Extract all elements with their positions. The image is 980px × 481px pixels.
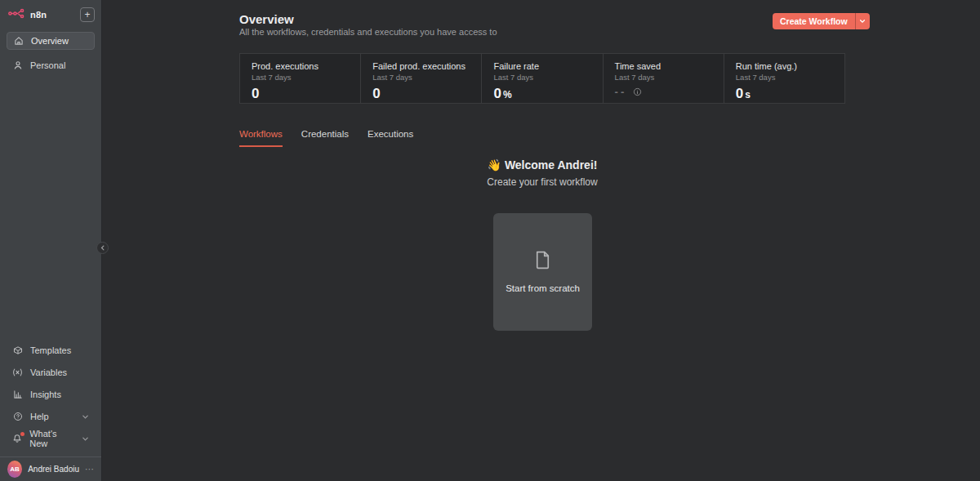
tab-executions[interactable]: Executions	[368, 129, 413, 147]
stat-period: Last 7 days	[736, 73, 833, 82]
sidebar-item-help[interactable]: Help	[7, 408, 95, 425]
stat-title: Time saved	[615, 61, 712, 71]
stat-failure-rate: Failure rate Last 7 days 0%	[481, 54, 602, 103]
create-workflow-caret-button[interactable]	[855, 13, 870, 29]
stat-period: Last 7 days	[252, 73, 349, 82]
sidebar-item-variables[interactable]: Variables	[7, 363, 95, 381]
n8n-logo[interactable]: n8n	[8, 7, 47, 22]
bell-icon	[12, 434, 22, 443]
avatar: AB	[7, 461, 22, 478]
info-icon[interactable]	[633, 87, 642, 96]
add-workflow-button[interactable]: +	[80, 7, 95, 22]
chart-icon	[12, 390, 23, 399]
sidebar-item-label: Overview	[31, 36, 69, 46]
sidebar-header: n8n +	[0, 0, 101, 29]
start-from-scratch-label: Start from scratch	[506, 283, 580, 293]
stat-time-saved: Time saved Last 7 days --	[603, 54, 724, 103]
start-from-scratch-card[interactable]: Start from scratch	[493, 213, 592, 331]
sidebar-item-label: Insights	[30, 390, 61, 399]
stat-run-time: Run time (avg.) Last 7 days 0s	[724, 54, 844, 103]
stat-unit: s	[745, 89, 751, 100]
box-icon	[12, 345, 23, 355]
stat-period: Last 7 days	[615, 73, 712, 82]
stat-title: Prod. executions	[252, 61, 349, 71]
sidebar-item-insights[interactable]: Insights	[7, 385, 95, 403]
welcome-heading: 👋 Welcome Andrei!	[239, 158, 845, 171]
sidebar-item-label: Variables	[30, 367, 67, 377]
stat-prod-executions: Prod. executions Last 7 days 0	[240, 54, 360, 103]
sidebar-item-label: What's New	[29, 429, 74, 448]
wave-emoji: 👋	[488, 158, 501, 171]
document-icon	[532, 249, 554, 274]
user-options-icon[interactable]: ⋯	[85, 464, 95, 474]
create-workflow-split-button: Create Workflow	[773, 13, 870, 29]
chevron-left-icon	[100, 245, 105, 251]
home-icon	[13, 36, 24, 46]
sidebar-item-label: Personal	[30, 60, 65, 70]
sidebar-item-whats-new[interactable]: What's New	[7, 430, 95, 448]
sidebar-nav-top: Overview Personal	[0, 29, 101, 81]
welcome-subtitle: Create your first workflow	[239, 176, 845, 188]
main-tabs: Workflows Credentials Executions	[239, 129, 413, 147]
sidebar-item-label: Templates	[30, 345, 71, 355]
tab-credentials[interactable]: Credentials	[301, 129, 349, 147]
sidebar-nav-bottom: Templates Variables Insights	[0, 341, 101, 457]
sidebar-item-templates[interactable]: Templates	[7, 341, 95, 359]
create-workflow-button[interactable]: Create Workflow	[773, 13, 855, 29]
stat-failed-prod-executions: Failed prod. executions Last 7 days 0	[360, 54, 481, 103]
stat-title: Failure rate	[493, 61, 590, 71]
stat-value: 0	[493, 86, 501, 102]
stat-title: Failed prod. executions	[372, 61, 470, 71]
sidebar-item-label: Help	[30, 412, 49, 421]
stat-unit: %	[503, 89, 512, 100]
sidebar-spacer	[0, 81, 101, 341]
stat-empty-value: --	[615, 86, 627, 98]
app-name: n8n	[30, 10, 47, 20]
variables-icon	[12, 367, 23, 377]
notification-dot	[20, 432, 24, 436]
user-menu-row[interactable]: AB Andrei Badoiu ⋯	[0, 457, 101, 481]
user-icon	[12, 60, 23, 70]
help-icon	[12, 412, 23, 421]
user-name: Andrei Badoiu	[28, 465, 79, 474]
page-subtitle: All the workflows, credentials and execu…	[239, 27, 497, 37]
sidebar-item-personal[interactable]: Personal	[7, 56, 95, 74]
stat-value: 0	[372, 86, 380, 102]
page-title: Overview	[239, 12, 294, 26]
stat-period: Last 7 days	[493, 73, 590, 82]
welcome-text: Welcome Andrei!	[505, 158, 598, 171]
stat-value: 0	[736, 86, 743, 102]
chevron-down-icon	[82, 435, 89, 443]
stat-value: 0	[252, 86, 259, 102]
n8n-logo-icon	[8, 7, 26, 22]
sidebar: n8n + Overview Personal	[0, 0, 102, 481]
stat-period: Last 7 days	[372, 73, 470, 82]
tab-workflows[interactable]: Workflows	[239, 129, 283, 147]
chevron-down-icon	[82, 413, 89, 421]
stat-title: Run time (avg.)	[736, 61, 833, 71]
chevron-down-icon	[859, 18, 866, 24]
stats-panel: Prod. executions Last 7 days 0 Failed pr…	[239, 53, 845, 104]
sidebar-collapse-toggle[interactable]	[96, 242, 109, 254]
sidebar-item-overview[interactable]: Overview	[7, 32, 95, 50]
